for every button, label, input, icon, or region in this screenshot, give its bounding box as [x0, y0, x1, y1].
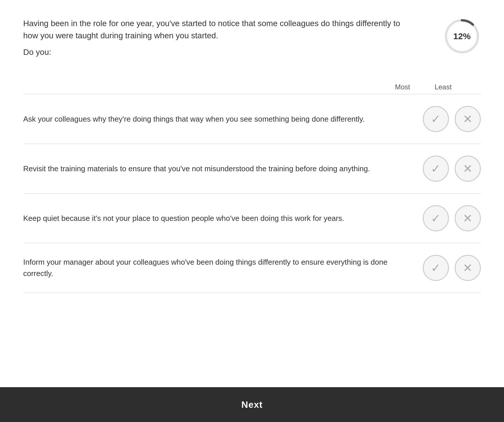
check-icon-4: ✓ — [431, 261, 441, 275]
most-button-4[interactable]: ✓ — [423, 255, 449, 281]
x-icon-3: ✕ — [463, 212, 473, 225]
option-row-2: Revisit the training materials to ensure… — [23, 144, 481, 194]
option-text-3: Keep quiet because it's not your place t… — [23, 213, 400, 224]
option-buttons-1: ✓ ✕ — [423, 106, 481, 132]
check-icon-3: ✓ — [431, 212, 441, 225]
most-button-1[interactable]: ✓ — [423, 106, 449, 132]
least-button-2[interactable]: ✕ — [455, 156, 481, 182]
column-headers: Most Least — [23, 83, 481, 91]
question-block: Having been in the role for one year, yo… — [23, 17, 400, 71]
option-text-2: Revisit the training materials to ensure… — [23, 163, 400, 174]
option-buttons-2: ✓ ✕ — [423, 156, 481, 182]
least-button-4[interactable]: ✕ — [455, 255, 481, 281]
most-button-3[interactable]: ✓ — [423, 205, 449, 231]
option-text-1: Ask your colleagues why they're doing th… — [23, 113, 400, 125]
least-button-1[interactable]: ✕ — [455, 106, 481, 132]
progress-label: 12% — [453, 31, 471, 41]
next-bar[interactable]: Next — [0, 387, 504, 422]
main-content: Having been in the role for one year, yo… — [0, 0, 504, 387]
prompt-text: Do you: — [23, 48, 400, 57]
header-area: Having been in the role for one year, yo… — [23, 17, 481, 71]
x-icon-2: ✕ — [463, 162, 473, 175]
option-text-4: Inform your manager about your colleague… — [23, 257, 400, 279]
most-header: Most — [382, 83, 423, 91]
progress-circle: 12% — [443, 17, 481, 55]
most-button-2[interactable]: ✓ — [423, 156, 449, 182]
next-label: Next — [241, 399, 262, 410]
option-row-1: Ask your colleagues why they're doing th… — [23, 94, 481, 144]
option-row-4: Inform your manager about your colleague… — [23, 243, 481, 293]
check-icon-2: ✓ — [431, 162, 441, 175]
least-header: Least — [423, 83, 463, 91]
check-icon-1: ✓ — [431, 112, 441, 126]
least-button-3[interactable]: ✕ — [455, 205, 481, 231]
option-buttons-4: ✓ ✕ — [423, 255, 481, 281]
option-buttons-3: ✓ ✕ — [423, 205, 481, 231]
option-row-3: Keep quiet because it's not your place t… — [23, 194, 481, 243]
x-icon-4: ✕ — [463, 261, 473, 275]
scenario-text: Having been in the role for one year, yo… — [23, 17, 400, 42]
x-icon-1: ✕ — [463, 112, 473, 126]
